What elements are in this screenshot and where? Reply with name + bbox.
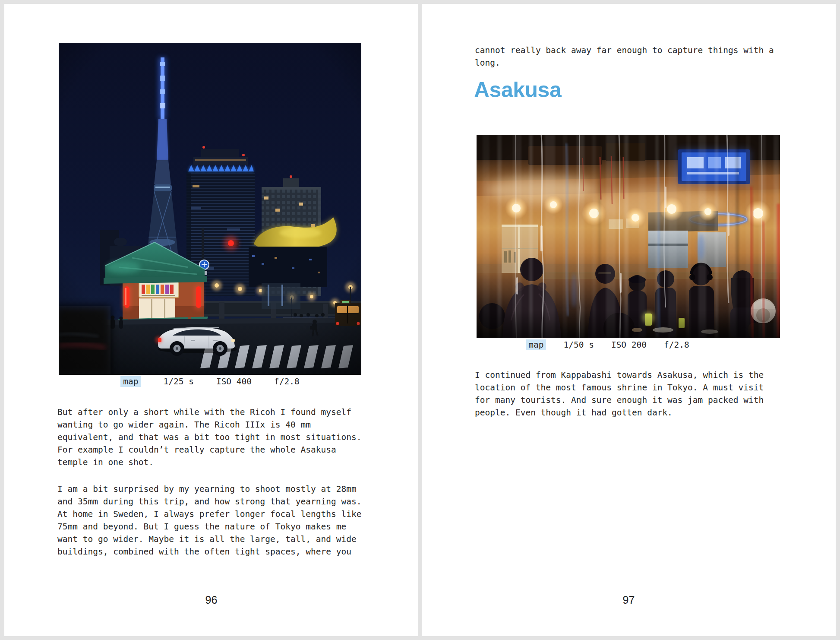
photo-caption: map 1/25 s ISO 400 f/2.8 (59, 375, 361, 388)
text-line: for many tourists. And sure enough it wa… (475, 394, 764, 406)
caption-aperture: f/2.8 (664, 340, 689, 350)
page-left: map 1/25 s ISO 400 f/2.8 But after only … (4, 4, 418, 636)
text-line: At home in Sweden, I always prefer longe… (57, 508, 361, 520)
text-line: I continued from Kappabashi towards Asak… (475, 369, 764, 381)
text-line: wanting to go wider again. The Ricoh III… (57, 418, 361, 431)
text-line: But after only a short while with the Ri… (57, 406, 361, 418)
page-number: 97 (422, 594, 836, 606)
text-line: people. Even though it had gotten dark. (475, 406, 764, 419)
text-line: For example I couldn’t really capture th… (57, 444, 361, 456)
text-line: temple in one shot. (57, 456, 361, 469)
photo-izakaya-plastic-curtain-svg (477, 135, 780, 338)
paragraph: I am a bit surprised by my yearning to s… (57, 483, 361, 558)
text-line: equivalent, and that was a bit too tight… (57, 431, 361, 444)
photo-caption: map 1/50 s ISO 200 f/2.8 (456, 338, 759, 351)
map-link[interactable]: map (120, 376, 141, 387)
paragraph: But after only a short while with the Ri… (57, 406, 361, 469)
text-line: buildings, combined with the often tight… (57, 545, 361, 558)
text-line: long. (475, 57, 774, 69)
section-heading-asakusa: Asakusa (474, 79, 561, 101)
caption-iso: ISO 400 (216, 377, 252, 387)
body-text: But after only a short while with the Ri… (57, 406, 361, 558)
body-text: I continued from Kappabashi towards Asak… (475, 369, 764, 419)
caption-shutter-speed: 1/50 s (563, 340, 594, 350)
photo-tokyo-skytree-night (59, 43, 361, 375)
caption-aperture: f/2.8 (274, 377, 300, 387)
text-line: want to go wider. Maybe it is all the la… (57, 533, 361, 545)
text-line: and 35mm during this trip, and how stron… (57, 495, 361, 508)
book-spread: map 1/25 s ISO 400 f/2.8 But after only … (0, 0, 840, 640)
text-line: I am a bit surprised by my yearning to s… (57, 483, 361, 495)
photo-izakaya-plastic-curtain (477, 135, 780, 338)
intro-paragraph: cannot really back away far enough to ca… (475, 44, 774, 69)
photo-tokyo-skytree-night-svg (59, 43, 361, 375)
page-right: cannot really back away far enough to ca… (422, 4, 836, 636)
text-line: 75mm and beyond. But I guess the nature … (57, 520, 361, 533)
text-line: cannot really back away far enough to ca… (475, 44, 774, 57)
text-line: location of the most famous shrine in To… (475, 381, 764, 394)
page-number: 96 (4, 594, 418, 606)
paragraph: I continued from Kappabashi towards Asak… (475, 369, 764, 419)
map-link[interactable]: map (526, 339, 546, 350)
caption-iso: ISO 200 (611, 340, 647, 350)
caption-shutter-speed: 1/25 s (163, 377, 193, 387)
